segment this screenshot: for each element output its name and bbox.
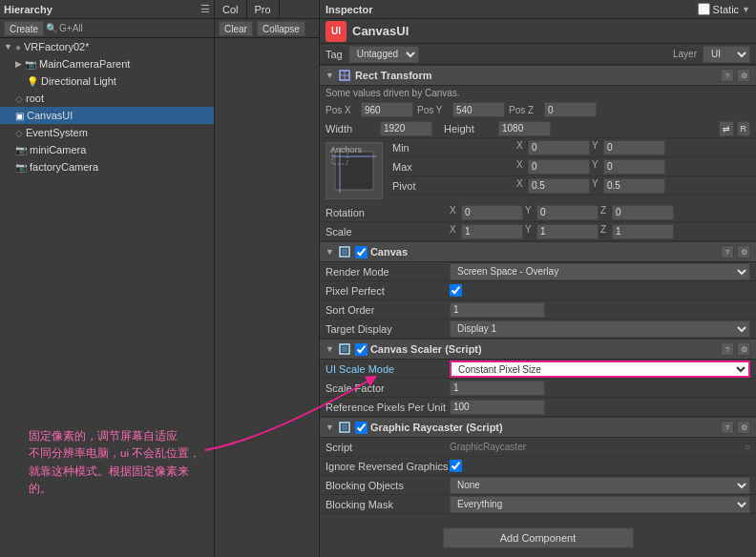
hierarchy-item-eventsystem[interactable]: ◇ EventSystem <box>0 124 214 141</box>
stretch-buttons: ⇄ R <box>719 121 751 136</box>
minicam-icon: 📷 <box>15 145 27 155</box>
hierarchy-item-canvasui[interactable]: ▣ CanvasUI <box>0 107 214 124</box>
raycaster-actions: ? ⚙ <box>721 421 750 434</box>
ref-pixels-input[interactable] <box>450 400 545 415</box>
scale-y-letter: Y <box>525 224 535 239</box>
target-display-dropdown[interactable]: Display 1 <box>450 320 750 338</box>
raycaster-enabled-checkbox[interactable] <box>355 422 368 434</box>
raycaster-title: Graphic Raycaster (Script) <box>370 422 721 433</box>
blocking-objects-label: Blocking Objects <box>326 480 450 491</box>
anchor-max-label: Max <box>392 161 516 173</box>
tag-dropdown[interactable]: Untagged <box>348 46 419 63</box>
canvas-icon: ▣ <box>15 111 24 121</box>
hierarchy-item-minicamera[interactable]: 📷 miniCamera <box>0 141 214 158</box>
rotation-y-letter: Y <box>525 205 535 220</box>
blocking-mask-row: Blocking Mask Everything <box>320 495 756 514</box>
height-input[interactable] <box>498 121 551 136</box>
pos-y-input[interactable]: 540 <box>452 102 505 117</box>
pivot-y-input[interactable] <box>603 178 665 194</box>
hierarchy-item-maincameraparent[interactable]: ▶ 📷 MainCameraParent <box>0 55 214 72</box>
raycaster-script-circle: ○ <box>745 442 750 452</box>
raycaster-info-icon[interactable]: ? <box>721 421 734 434</box>
ui-scale-mode-dropdown[interactable]: Constant Pixel Size <box>450 361 750 378</box>
rect-info-icon[interactable]: ? <box>721 69 734 82</box>
pivot-y-letter: Y <box>592 178 601 194</box>
canvas-scaler-header[interactable]: ▼ Canvas Scaler (Script) ? ⚙ <box>320 339 756 360</box>
hierarchy-item-root[interactable]: ◇ root <box>0 90 214 107</box>
anchor-max-x-input[interactable] <box>528 159 590 175</box>
pos-xyz-row: Pos X 960 Pos Y 540 Pos Z 0 <box>320 100 756 119</box>
section-arrow-rect: ▼ <box>326 71 334 80</box>
svg-rect-8 <box>342 249 347 255</box>
width-input[interactable] <box>380 121 432 136</box>
graphic-raycaster-header[interactable]: ▼ Graphic Raycaster (Script) ? ⚙ <box>320 417 756 438</box>
rect-transform-title: Rect Transform <box>355 70 721 81</box>
rotation-y-input[interactable] <box>536 205 598 220</box>
blocking-mask-dropdown[interactable]: Everything <box>450 496 750 513</box>
pivot-x-input[interactable] <box>528 178 590 194</box>
add-component-button[interactable]: Add Component <box>443 527 634 548</box>
render-mode-label: Render Mode <box>326 266 450 278</box>
rotation-x-input[interactable] <box>461 205 523 220</box>
pixel-perfect-checkbox[interactable] <box>450 284 462 297</box>
collapse-button[interactable]: Collapse <box>257 21 305 36</box>
hierarchy-item-vrfactory[interactable]: ▼ ● VRFactory02* <box>0 38 214 55</box>
layer-dropdown[interactable]: UI <box>703 46 750 63</box>
canvas-enabled-checkbox[interactable] <box>355 246 368 258</box>
sort-order-row: Sort Order <box>320 300 756 320</box>
hierarchy-header: Hierarchy ☰ <box>0 0 214 19</box>
middle-content <box>215 38 319 557</box>
hierarchy-item-factorycamera[interactable]: 📷 factoryCamera <box>0 158 214 175</box>
create-button[interactable]: Create <box>4 21 44 36</box>
static-checkbox[interactable] <box>698 3 710 15</box>
anchor-min-y-input[interactable] <box>603 140 665 155</box>
tab-col[interactable]: Col <box>215 0 247 18</box>
ignore-reversed-row: Ignore Reversed Graphics <box>320 457 756 476</box>
stretch-btn-1[interactable]: ⇄ <box>719 121 734 136</box>
hierarchy-item-directionallight[interactable]: 💡 Directional Light <box>0 72 214 90</box>
add-component-container: Add Component <box>320 514 756 557</box>
middle-panel: Col Pro Clear Collapse <box>215 0 320 557</box>
canvas-info-icon[interactable]: ? <box>721 245 734 258</box>
ui-scale-mode-row: UI Scale Mode Constant Pixel Size <box>320 360 756 379</box>
scale-y-input[interactable] <box>536 224 598 239</box>
raycaster-gear-icon[interactable]: ⚙ <box>737 421 750 434</box>
scale-z-letter: Z <box>600 224 610 239</box>
tab-pro[interactable]: Pro <box>247 0 280 18</box>
canvas-gear-icon[interactable]: ⚙ <box>737 245 750 258</box>
pivot-values: X Y <box>516 178 752 194</box>
scale-x-input[interactable] <box>461 224 523 239</box>
search-icon[interactable]: 🔍 <box>46 23 57 33</box>
scale-x-letter: X <box>450 224 459 239</box>
stretch-btn-2[interactable]: R <box>737 121 751 136</box>
section-arrow-canvas: ▼ <box>326 247 334 257</box>
pos-x-input[interactable]: 960 <box>361 102 413 117</box>
scaler-info-icon[interactable]: ? <box>721 342 734 356</box>
ignore-reversed-checkbox[interactable] <box>450 460 462 472</box>
inspector-scroll[interactable]: ▼ Rect Transform ? ⚙ Some values driven … <box>320 65 756 557</box>
static-dropdown-arrow[interactable]: ▼ <box>742 5 750 14</box>
sort-order-input[interactable] <box>450 302 545 318</box>
clear-button[interactable]: Clear <box>219 21 253 36</box>
rect-transform-header[interactable]: ▼ Rect Transform ? ⚙ <box>320 65 756 86</box>
raycaster-script-value: GraphicRaycaster <box>450 442 745 452</box>
anchor-max-y-input[interactable] <box>603 159 665 175</box>
scale-z-input[interactable] <box>612 224 674 239</box>
canvas-title: Canvas <box>370 246 721 258</box>
rotation-z-input[interactable] <box>612 205 674 220</box>
width-label: Width <box>326 123 378 134</box>
anchor-max-row: Max X Y <box>388 157 756 176</box>
root-icon: ◇ <box>15 93 23 104</box>
rect-gear-icon[interactable]: ⚙ <box>737 69 750 82</box>
pos-z-input[interactable]: 0 <box>544 102 597 117</box>
width-group: Width <box>326 121 432 136</box>
anchor-min-x-input[interactable] <box>528 140 590 155</box>
canvas-header[interactable]: ▼ Canvas ? ⚙ <box>320 241 756 262</box>
render-mode-dropdown[interactable]: Screen Space - Overlay <box>450 263 750 280</box>
scale-factor-input[interactable] <box>450 381 545 396</box>
canvas-scaler-enabled-checkbox[interactable] <box>355 343 368 356</box>
blocking-objects-dropdown[interactable]: None <box>450 477 750 494</box>
hierarchy-menu-icon[interactable]: ☰ <box>200 3 210 15</box>
raycaster-script-row: Script GraphicRaycaster ○ <box>320 438 756 457</box>
scaler-gear-icon[interactable]: ⚙ <box>737 342 750 356</box>
